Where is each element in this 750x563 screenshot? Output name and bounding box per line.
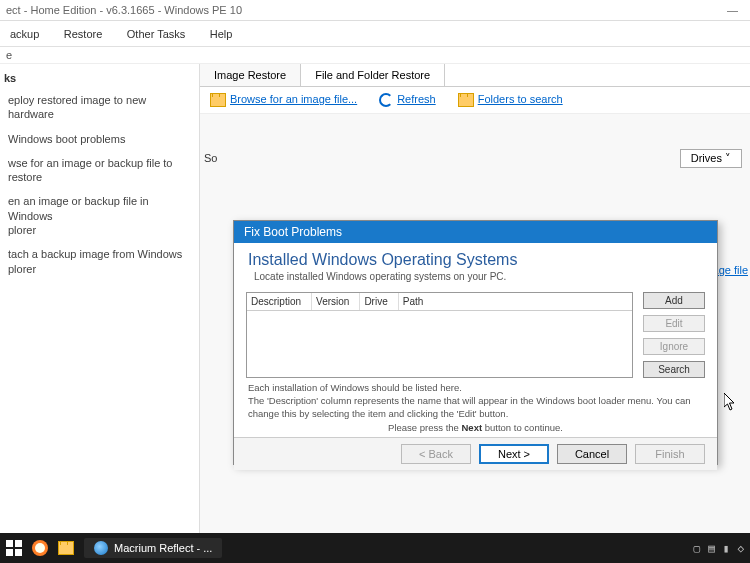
dialog-header: Installed Windows Operating Systems Loca… <box>234 243 717 286</box>
finish-button: Finish <box>635 444 705 464</box>
svg-rect-2 <box>6 549 13 556</box>
cancel-button[interactable]: Cancel <box>557 444 627 464</box>
menu-help[interactable]: Help <box>200 25 243 43</box>
tab-image-restore[interactable]: Image Restore <box>200 64 301 86</box>
menu-restore[interactable]: Restore <box>54 25 113 43</box>
drives-dropdown[interactable]: Drives ˅ <box>680 149 742 168</box>
menu-backup[interactable]: ackup <box>0 25 49 43</box>
tray-icon[interactable]: ▮ <box>723 542 730 555</box>
tray-icon[interactable]: ▢ <box>694 542 701 555</box>
next-button[interactable]: Next > <box>479 444 549 464</box>
list-header: Description Version Drive Path <box>247 293 632 311</box>
minimize-icon[interactable]: — <box>727 4 738 16</box>
taskbar-app-macrium[interactable]: Macrium Reflect - ... <box>84 538 222 558</box>
chevron-down-icon: ˅ <box>725 152 731 164</box>
tray-icon[interactable]: ◇ <box>737 542 744 555</box>
dialog-titlebar[interactable]: Fix Boot Problems <box>234 221 717 243</box>
refresh-icon <box>379 93 393 107</box>
tasks-sidebar: ks eploy restored image to new hardware … <box>0 64 200 537</box>
add-button[interactable]: Add <box>643 292 705 309</box>
folder-icon <box>210 93 226 107</box>
fix-boot-problems-dialog: Fix Boot Problems Installed Windows Oper… <box>233 220 718 465</box>
edit-button: Edit <box>643 315 705 332</box>
tray-icon[interactable]: ▤ <box>708 542 715 555</box>
dialog-subheading: Locate installed Windows operating syste… <box>248 271 703 282</box>
menubar: ackup Restore Other Tasks Help <box>0 21 750 47</box>
back-button: < Back <box>401 444 471 464</box>
os-listbox[interactable]: Description Version Drive Path <box>246 292 633 378</box>
sidebar-item-detach[interactable]: tach a backup image from Windows plorer <box>0 242 199 281</box>
secondary-bar: e <box>0 47 750 64</box>
dialog-heading: Installed Windows Operating Systems <box>248 251 703 269</box>
col-description[interactable]: Description <box>247 293 312 310</box>
windows-icon <box>6 540 22 556</box>
start-button[interactable] <box>6 540 22 556</box>
dialog-footer: < Back Next > Cancel Finish <box>234 437 717 470</box>
folders-search-link[interactable]: Folders to search <box>458 93 563 107</box>
firefox-icon[interactable] <box>32 540 48 556</box>
ignore-button: Ignore <box>643 338 705 355</box>
titlebar: ect - Home Edition - v6.3.1665 - Windows… <box>0 0 750 21</box>
dialog-notes: Each installation of Windows should be l… <box>234 380 717 437</box>
svg-rect-0 <box>6 540 13 547</box>
source-label: So <box>204 152 217 164</box>
sidebar-item-boot-problems[interactable]: Windows boot problems <box>0 127 199 151</box>
sidebar-item-deploy[interactable]: eploy restored image to new hardware <box>0 88 199 127</box>
toolbar: Browse for an image file... Refresh Fold… <box>200 87 750 114</box>
taskbar: Macrium Reflect - ... ▢ ▤ ▮ ◇ <box>0 533 750 563</box>
system-tray[interactable]: ▢ ▤ ▮ ◇ <box>694 542 745 555</box>
explorer-icon[interactable] <box>58 541 74 555</box>
svg-rect-1 <box>15 540 22 547</box>
tab-file-folder-restore[interactable]: File and Folder Restore <box>301 64 445 86</box>
sidebar-item-browse[interactable]: wse for an image or backup file to resto… <box>0 151 199 190</box>
refresh-link[interactable]: Refresh <box>379 93 436 107</box>
sidebar-header: ks <box>0 64 199 88</box>
tab-strip: Image Restore File and Folder Restore <box>200 64 750 87</box>
search-button[interactable]: Search <box>643 361 705 378</box>
svg-rect-3 <box>15 549 22 556</box>
browse-image-link[interactable]: Browse for an image file... <box>210 93 357 107</box>
folder-icon <box>458 93 474 107</box>
macrium-icon <box>94 541 108 555</box>
window-title: ect - Home Edition - v6.3.1665 - Windows… <box>6 4 242 16</box>
sidebar-item-open-explorer[interactable]: en an image or backup file in Windows pl… <box>0 189 199 242</box>
col-version[interactable]: Version <box>312 293 360 310</box>
col-path[interactable]: Path <box>399 293 434 310</box>
menu-other-tasks[interactable]: Other Tasks <box>117 25 196 43</box>
col-drive[interactable]: Drive <box>360 293 398 310</box>
list-actions: Add Edit Ignore Search <box>643 292 705 378</box>
